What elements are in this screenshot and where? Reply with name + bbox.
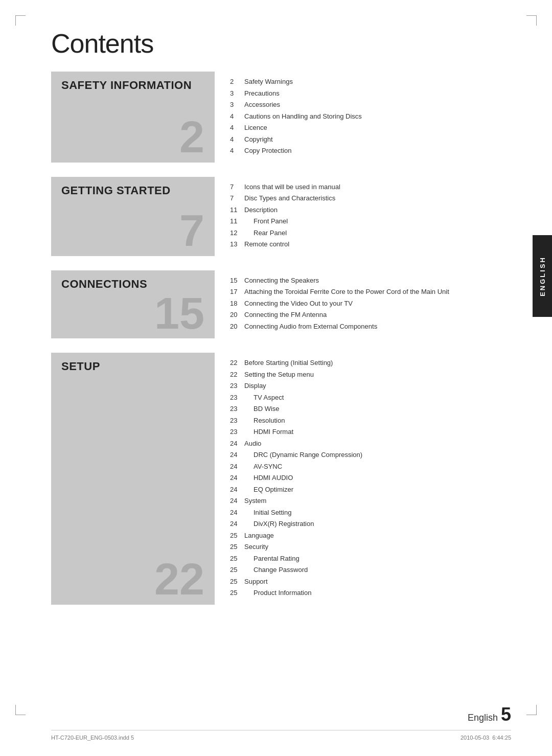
toc-item-text: Language [244, 531, 274, 541]
toc-page-number: 25 [230, 588, 244, 598]
toc-item-text: Remote control [244, 239, 289, 249]
toc-entry: 25Parental Rating [230, 554, 511, 564]
toc-entry: 22Setting the Setup menu [230, 370, 511, 380]
toc-entry: 24Audio [230, 439, 511, 449]
toc-page-number: 23 [230, 416, 244, 426]
footer-time: 6:44:25 [492, 735, 511, 741]
toc-page-number: 24 [230, 462, 244, 472]
toc-item-text: EQ Optimizer [244, 485, 293, 495]
toc-entry: 4Copyright [230, 134, 511, 145]
toc-item-text: Product Information [244, 588, 311, 598]
toc-page-number: 22 [230, 358, 244, 368]
toc-item-text: Description [244, 205, 278, 215]
footer-lang-number: 5 [501, 704, 511, 725]
toc-item-text: AV-SYNC [244, 462, 282, 472]
toc-entry: 18Connecting the Video Out to your TV [230, 299, 511, 309]
toc-page-number: 4 [230, 111, 244, 122]
english-tab-label: ENGLISH [539, 256, 546, 296]
toc-page-number: 15 [230, 276, 244, 286]
toc-page-number: 3 [230, 88, 244, 99]
toc-page-number: 7 [230, 182, 244, 192]
toc-page-number: 25 [230, 577, 244, 587]
toc-page-number: 23 [230, 381, 244, 391]
page: Contents ENGLISH SAFETY INFORMATION22Saf… [0, 0, 552, 756]
corner-mark-tr [526, 15, 537, 26]
toc-page-number: 25 [230, 565, 244, 575]
page-title: Contents [51, 28, 153, 59]
toc-entry: 24DivX(R) Registration [230, 519, 511, 529]
toc-item-text: Front Panel [244, 216, 288, 226]
toc-page-number: 4 [230, 123, 244, 133]
toc-entry: 23Resolution [230, 416, 511, 426]
toc-item-text: Accessories [244, 100, 280, 110]
section-getting-started: GETTING STARTED77Icons that will be used… [51, 177, 511, 256]
section-number-connections: 15 [61, 293, 204, 333]
toc-page-number: 24 [230, 439, 244, 449]
toc-page-number: 23 [230, 427, 244, 437]
toc-entry: 20Connecting the FM Antenna [230, 310, 511, 320]
toc-page-number: 24 [230, 519, 244, 529]
toc-page-number: 7 [230, 193, 244, 203]
section-items-safety: 2Safety Warnings3Precautions3Accessories… [215, 72, 511, 163]
toc-page-number: 25 [230, 531, 244, 541]
toc-item-text: Rear Panel [244, 228, 287, 238]
section-number-safety: 2 [61, 117, 204, 157]
toc-item-text: Resolution [244, 416, 285, 426]
toc-page-number: 20 [230, 310, 244, 320]
toc-page-number: 24 [230, 473, 244, 483]
toc-entry: 25Support [230, 577, 511, 587]
toc-entry: 24Initial Setting [230, 508, 511, 518]
toc-page-number: 20 [230, 322, 244, 332]
corner-mark-tl [15, 15, 26, 26]
footer-date: 2010-05-03 [461, 735, 489, 741]
toc-item-text: Disc Types and Characteristics [244, 193, 335, 203]
toc-entry: 3Accessories [230, 100, 511, 110]
section-label-safety: SAFETY INFORMATION2 [51, 72, 215, 163]
toc-item-text: Cautions on Handling and Storing Discs [244, 111, 362, 122]
corner-mark-br [526, 705, 537, 715]
toc-entry: 24HDMI AUDIO [230, 473, 511, 483]
toc-page-number: 22 [230, 370, 244, 380]
section-setup: SETUP2222Before Starting (Initial Settin… [51, 353, 511, 605]
toc-item-text: Connecting Audio from External Component… [244, 322, 377, 332]
section-label-connections: CONNECTIONS15 [51, 270, 215, 339]
toc-entry: 23HDMI Format [230, 427, 511, 437]
toc-entry: 23TV Aspect [230, 393, 511, 403]
toc-page-number: 24 [230, 485, 244, 495]
section-safety: SAFETY INFORMATION22Safety Warnings3Prec… [51, 72, 511, 163]
toc-page-number: 13 [230, 239, 244, 249]
corner-mark-bl [15, 705, 26, 715]
section-title-getting-started: GETTING STARTED [61, 184, 204, 197]
section-label-getting-started: GETTING STARTED7 [51, 177, 215, 256]
toc-item-text: Precautions [244, 88, 280, 99]
toc-page-number: 24 [230, 508, 244, 518]
toc-entry: 7Icons that will be used in manual [230, 182, 511, 192]
toc-entry: 12Rear Panel [230, 228, 511, 238]
toc-item-text: DRC (Dynamic Range Compression) [244, 450, 362, 460]
section-items-getting-started: 7Icons that will be used in manual7Disc … [215, 177, 511, 256]
footer: HT-C720-EUR_ENG-0503.indd 5 2010-05-03 6… [51, 730, 511, 741]
toc-entry: 7Disc Types and Characteristics [230, 193, 511, 203]
section-label-setup: SETUP22 [51, 353, 215, 605]
toc-entry: 25Change Password [230, 565, 511, 575]
toc-page-number: 4 [230, 146, 244, 156]
toc-item-text: Connecting the Speakers [244, 276, 319, 286]
toc-entry: 4Licence [230, 123, 511, 133]
toc-page-number: 3 [230, 100, 244, 110]
toc-page-number: 18 [230, 299, 244, 309]
toc-entry: 4Cautions on Handling and Storing Discs [230, 111, 511, 122]
toc-entry: 24EQ Optimizer [230, 485, 511, 495]
toc-page-number: 23 [230, 393, 244, 403]
section-title-setup: SETUP [61, 360, 204, 373]
toc-page-number: 24 [230, 450, 244, 460]
section-items-connections: 15Connecting the Speakers17Attaching the… [215, 270, 511, 339]
toc-item-text: TV Aspect [244, 393, 284, 403]
toc-entry: 11Front Panel [230, 216, 511, 226]
english-tab: ENGLISH [533, 235, 552, 317]
toc-page-number: 24 [230, 496, 244, 506]
section-title-safety: SAFETY INFORMATION [61, 79, 204, 92]
toc-item-text: Security [244, 542, 268, 552]
toc-item-text: Display [244, 381, 266, 391]
toc-item-text: BD Wise [244, 404, 280, 414]
toc-entry: 11Description [230, 205, 511, 215]
